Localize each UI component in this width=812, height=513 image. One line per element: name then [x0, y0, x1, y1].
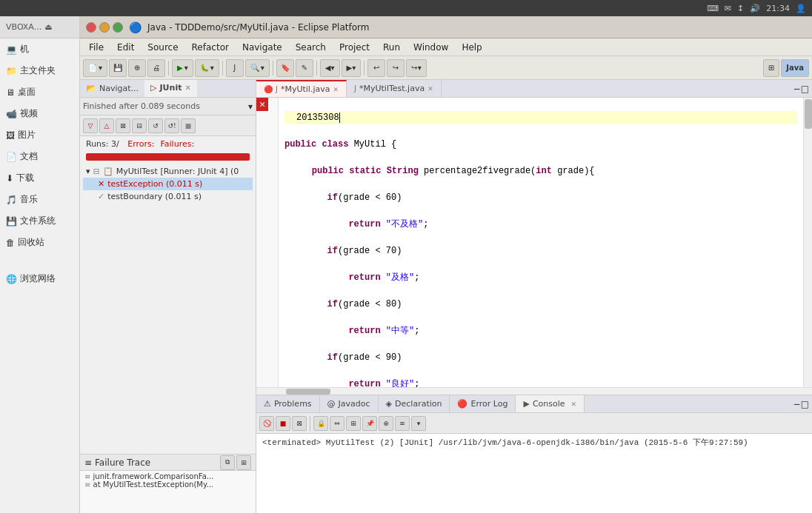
new-console-button[interactable]: ⊕	[379, 416, 393, 431]
print-button[interactable]: 🖨	[147, 59, 165, 77]
sidebar-item-pictures[interactable]: 🖼 图片	[0, 124, 79, 146]
rerun-button[interactable]: ↺	[148, 118, 163, 133]
editor-tab-myutiltest[interactable]: J *MyUtilTest.java ✕	[347, 80, 442, 97]
sidebar-item-documents[interactable]: 📄 文档	[0, 146, 79, 167]
toolbar-sep-5	[364, 61, 365, 76]
stop-console-button[interactable]: ■	[276, 416, 290, 431]
open-type-button[interactable]: J	[226, 59, 244, 77]
junit-header-arrow[interactable]: ▾	[248, 101, 253, 112]
menu-navigate[interactable]: Navigate	[236, 41, 288, 54]
save-all-button[interactable]: ⊕	[128, 59, 146, 77]
sidebar-item-network[interactable]: 🌐 浏览网络	[0, 268, 79, 289]
menu-search[interactable]: Search	[290, 41, 332, 54]
search-button[interactable]: 🔍▾	[245, 59, 270, 77]
bookmark-button[interactable]: 🔖	[276, 59, 294, 77]
scroll-lock-button[interactable]: 🔒	[313, 416, 328, 431]
minimize-bottom-icon[interactable]: −	[793, 399, 801, 409]
sidebar-item-downloads[interactable]: ⬇ 下载	[0, 167, 79, 189]
navigator-tab[interactable]: 📂 Navigat...	[80, 80, 144, 97]
perspective-button[interactable]: ⊞	[763, 59, 779, 77]
new-icon: 📄	[88, 64, 97, 72]
maximize-bottom-icon[interactable]: □	[801, 399, 809, 409]
minimize-editor-icon[interactable]: −	[793, 84, 801, 94]
menu-window[interactable]: Window	[407, 41, 454, 54]
undo-button[interactable]: ↩	[367, 59, 385, 77]
maximize-editor-icon[interactable]: □	[801, 84, 809, 94]
vertical-scrollbar[interactable]	[803, 98, 812, 387]
menu-file[interactable]: File	[83, 41, 110, 54]
console-more-button[interactable]: ▾	[411, 416, 426, 431]
sidebar-item-video[interactable]: 📹 视频	[0, 103, 79, 124]
copy-trace-button[interactable]: ⧉	[220, 455, 235, 470]
new-button[interactable]: 📄▾	[83, 59, 107, 77]
stop-button[interactable]: ■	[181, 118, 196, 133]
sidebar-item-desktop[interactable]: 🖥 桌面	[0, 81, 79, 103]
save-button[interactable]: 💾	[109, 59, 127, 77]
close-button[interactable]	[86, 22, 96, 33]
myutiltest-tab-close[interactable]: ✕	[427, 85, 433, 93]
declaration-tab[interactable]: ◈ Declaration	[379, 395, 450, 412]
console-tab-close[interactable]: ✕	[571, 400, 577, 408]
filter-trace-button[interactable]: ⊞	[236, 455, 251, 470]
maximize-button[interactable]	[113, 22, 123, 33]
junit-header: Finished after 0.089 seconds ▾	[80, 98, 256, 115]
test-suite-myutil[interactable]: ▾ ⊟ 📋 MyUtilTest [Runner: JUnit 4] (0	[83, 165, 253, 178]
menu-project[interactable]: Project	[333, 41, 376, 54]
menu-source[interactable]: Source	[142, 41, 184, 54]
h-scroll-thumb[interactable]	[286, 389, 330, 395]
terminate-button[interactable]: ⊠	[292, 416, 307, 431]
rerun-failed-button[interactable]: ↺!	[164, 118, 179, 133]
horizontal-scrollbar[interactable]	[256, 387, 812, 395]
history-button[interactable]: ⊟	[132, 118, 147, 133]
run-button[interactable]: ▶▾	[172, 59, 193, 77]
debug-icon: 🐛	[200, 64, 209, 72]
eject-icon[interactable]: ⏏	[44, 22, 52, 32]
myutil-tab-close[interactable]: ✕	[333, 86, 339, 93]
errorlog-tab[interactable]: 🔴 Error Log	[450, 395, 516, 412]
menu-help[interactable]: Help	[456, 41, 487, 54]
problems-tab[interactable]: ⚠ Problems	[256, 395, 320, 412]
scrollbar-thumb[interactable]	[805, 99, 812, 129]
sidebar-item-filesystem[interactable]: 💾 文件系统	[0, 210, 79, 232]
java-perspective[interactable]: Java	[781, 59, 809, 77]
next-edit-button[interactable]: ▶▾	[342, 59, 362, 77]
fail-only-button[interactable]: ⊠	[116, 118, 130, 133]
window-controls[interactable]	[86, 22, 123, 33]
javadoc-tab[interactable]: @ Javadoc	[320, 395, 379, 412]
console-tab[interactable]: ▶ Console ✕	[516, 395, 585, 412]
prev-failure-button[interactable]: ▽	[83, 118, 98, 133]
sidebar-item-music[interactable]: 🎵 音乐	[0, 189, 79, 210]
code-container: 20135308 public class MyUtil { public st…	[256, 98, 812, 387]
pin-console-button[interactable]: 📌	[362, 416, 377, 431]
input-line[interactable]: 20135308	[284, 111, 797, 124]
console-view-button[interactable]: ≡	[395, 416, 410, 431]
junit-tab[interactable]: ▷ JUnit ✕	[144, 80, 197, 97]
sidebar-item-trash[interactable]: 🗑 回收站	[0, 232, 79, 253]
word-wrap-button[interactable]: ⇔	[330, 416, 345, 431]
console-text: <terminated> MyUtilTest (2) [JUnit] /usr…	[262, 438, 748, 447]
debug-button[interactable]: 🐛▾	[195, 59, 219, 77]
next-failure-button[interactable]: △	[99, 118, 114, 133]
test-case-exception[interactable]: ✕ testException (0.011 s)	[83, 178, 253, 190]
desktop-icon: 🖥	[6, 87, 15, 98]
redo-more-button[interactable]: ↪▾	[406, 59, 426, 77]
menu-refactor[interactable]: Refactor	[186, 41, 235, 54]
open-console-button[interactable]: ⊞	[346, 416, 361, 431]
redo-button[interactable]: ↪	[387, 59, 405, 77]
sidebar-item-home[interactable]: 📁 主文件夹	[0, 60, 79, 81]
console-sep	[310, 416, 310, 431]
menu-edit[interactable]: Edit	[111, 41, 140, 54]
failure-trace-header: ≡ Failure Trace ⧉ ⊞	[80, 455, 256, 471]
code-view[interactable]: 20135308 public class MyUtil { public st…	[279, 98, 803, 387]
task-button[interactable]: ✎	[296, 59, 313, 77]
menu-run[interactable]: Run	[377, 41, 406, 54]
minimize-button[interactable]	[99, 22, 110, 33]
clear-console-button[interactable]: 🚫	[259, 416, 274, 431]
editor-tab-myutil[interactable]: 🔴 J *MyUtil.java ✕	[256, 80, 347, 97]
trace-icon-2: ≡	[84, 480, 90, 489]
prev-edit-button[interactable]: ◀▾	[320, 59, 340, 77]
trace-line-2: ≡ at MyUtilTest.testException(My...	[84, 480, 251, 489]
test-case-boundary[interactable]: ✓ testBoundary (0.011 s)	[83, 190, 253, 203]
junit-tab-close[interactable]: ✕	[184, 84, 190, 92]
sidebar-item-machine[interactable]: 💻 机	[0, 38, 79, 60]
